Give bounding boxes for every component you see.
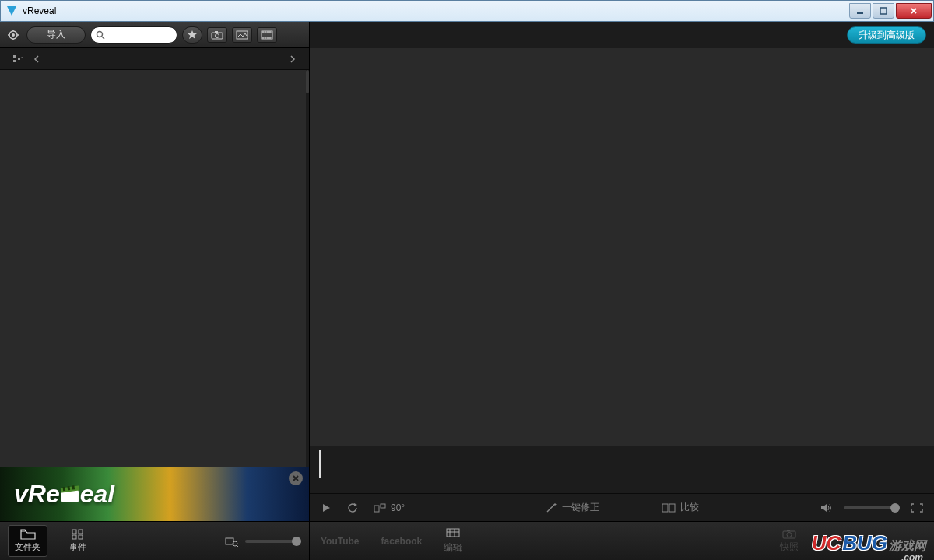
fullscreen-button[interactable] [911,503,923,513]
svg-rect-27 [13,55,16,58]
watermark-bug: BUG [842,531,887,555]
tab-folders-label: 文件夹 [15,541,40,553]
nav-back-button[interactable] [28,53,45,65]
playback-controls: 90° 一键修正 比较 [310,493,934,521]
compare-label: 比较 [680,501,699,514]
import-label: 导入 [47,28,65,41]
zoom-thumb[interactable] [292,537,301,546]
svg-rect-2 [880,8,887,14]
svg-marker-43 [323,504,330,512]
favorites-button[interactable] [182,26,202,44]
window-title: vReveal [23,5,848,16]
maximize-button[interactable] [873,3,894,19]
add-node-button[interactable]: + [8,53,28,65]
compare-icon [662,503,676,513]
image-filter-button[interactable] [232,27,252,43]
folder-icon [20,529,36,540]
svg-marker-11 [188,30,197,39]
svg-rect-53 [447,529,459,537]
search-input[interactable] [111,30,174,40]
onekey-fix-button[interactable]: 一键修正 [545,501,599,514]
timeline[interactable] [310,446,934,493]
svg-line-42 [237,545,238,547]
minimize-button[interactable] [849,3,871,19]
fullscreen-icon [911,503,923,513]
compare-button[interactable]: 比较 [662,501,699,514]
close-icon [292,474,300,482]
svg-point-9 [97,31,103,37]
svg-rect-37 [79,530,83,534]
breadcrumb-row: + [0,48,309,70]
zoom-icon [225,536,239,547]
snapshot-label: 快照 [780,541,799,554]
svg-marker-0 [7,6,16,16]
close-button[interactable] [896,3,932,19]
svg-rect-46 [381,504,385,508]
edit-button[interactable]: 编辑 [444,527,462,555]
edit-label: 编辑 [444,541,462,555]
svg-rect-28 [13,60,16,62]
search-icon [96,30,105,40]
app-body: 导入 + [0,22,934,560]
volume-button[interactable] [820,502,833,513]
window-titlebar: vReveal [0,0,934,22]
left-bottom-bar: 文件夹 事件 [0,521,309,560]
tab-folders[interactable]: 文件夹 [8,525,47,557]
upgrade-button[interactable]: 升级到高级版 [847,26,926,44]
upgrade-label: 升级到高级版 [859,29,915,42]
window-buttons [848,3,932,19]
clapper-icon [58,482,82,506]
left-toolbar: 导入 [0,22,309,48]
playhead[interactable] [319,450,321,478]
svg-rect-29 [18,58,20,60]
zoom-slider[interactable] [245,540,301,543]
star-icon [187,30,198,40]
svg-point-13 [216,33,219,37]
promo-close-button[interactable] [289,471,303,485]
svg-rect-51 [669,504,675,512]
media-browser[interactable] [0,70,309,467]
camera-filter-button[interactable] [207,27,227,43]
snapshot-button[interactable]: 快照 [780,528,799,554]
promo-banner: vRe eal [0,467,309,521]
search-input-wrap[interactable] [90,26,177,44]
loop-icon [347,502,358,513]
video-preview[interactable] [310,48,934,446]
add-icon: + [12,54,23,64]
tab-events[interactable]: 事件 [63,526,93,556]
import-button[interactable]: 导入 [26,26,86,44]
svg-line-47 [547,505,554,512]
rotate-button[interactable]: 90° [374,502,405,513]
share-youtube-button[interactable]: YouTube [321,536,360,547]
svg-rect-1 [857,12,863,14]
svg-rect-36 [72,530,76,534]
share-facebook-button[interactable]: facebook [381,536,423,547]
video-filter-button[interactable] [257,27,277,43]
svg-text:+: + [21,54,23,61]
promo-brand: vRe eal [14,480,114,509]
film-icon [261,30,273,40]
controls-right [820,502,923,513]
loop-button[interactable] [347,502,358,513]
nav-forward-button[interactable] [284,53,301,65]
volume-thumb[interactable] [890,503,900,513]
svg-line-10 [102,37,104,39]
camera-icon [781,528,797,539]
magic-icon [545,502,557,513]
watermark-com: .com [901,552,923,560]
svg-rect-59 [787,530,790,531]
edit-icon [445,527,461,540]
volume-icon [820,502,833,513]
right-bottom-bar: YouTube facebook 编辑 快照 UCBUG 游戏网 .com [310,521,934,560]
settings-button[interactable] [5,26,22,44]
volume-slider[interactable] [844,506,900,509]
svg-marker-44 [354,503,357,506]
svg-rect-40 [226,538,234,544]
play-button[interactable] [321,502,332,513]
chevron-right-icon [289,54,297,64]
watermark-uc: UC [812,531,841,555]
play-icon [321,502,332,513]
facebook-label: facebook [381,536,423,547]
svg-rect-45 [374,506,379,512]
svg-marker-52 [821,504,827,512]
